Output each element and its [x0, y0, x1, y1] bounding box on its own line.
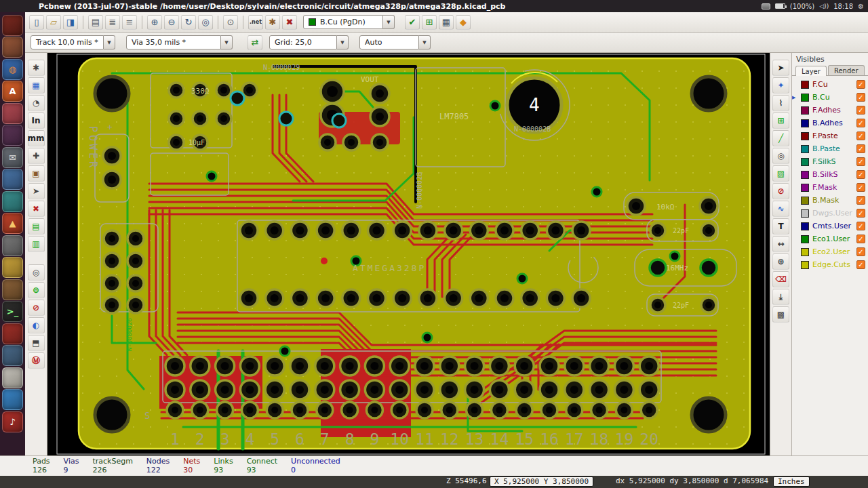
ltb-ratsnest-general[interactable]: ▣ — [28, 165, 45, 182]
new-board-button[interactable]: ▯ — [29, 15, 44, 30]
launcher-app-19[interactable]: ♪ — [2, 411, 23, 432]
fast-grid-button[interactable]: ▦ — [439, 15, 454, 30]
F.Cu[interactable]: F.Cu — [792, 78, 868, 91]
Eco2.User[interactable]: Eco2.User — [792, 245, 868, 258]
B.Cu[interactable]: B.Cu — [792, 91, 868, 104]
via-size-selector[interactable]: Via 35,0 mils * — [126, 35, 233, 49]
launcher-app-5[interactable] — [2, 103, 23, 124]
find-button[interactable]: ⊙ — [223, 15, 238, 30]
F.SilkS[interactable]: F.SilkS — [792, 155, 868, 168]
rtb-route-track[interactable]: ╱ — [772, 130, 789, 146]
launcher-mail[interactable]: ✉ — [2, 147, 23, 168]
layer-selector-dropdown-button[interactable] — [383, 15, 395, 29]
ltb-pads-sketch[interactable]: ◎ — [28, 264, 45, 281]
ltb-zones-show[interactable]: ▤ — [28, 218, 45, 235]
launcher-app-9[interactable] — [2, 191, 23, 212]
zoom-out-button[interactable]: ⊖ — [164, 15, 179, 30]
session-gear-icon[interactable]: ⚙ — [858, 3, 864, 10]
ltb-muwave-tool[interactable]: ⬒ — [28, 335, 45, 351]
rtb-add-footprint[interactable]: ⊞ — [772, 113, 789, 129]
ltb-drc-toggle[interactable]: ✱ — [28, 60, 45, 76]
rtb-select-tool[interactable]: ➤ — [772, 60, 789, 76]
volume-icon[interactable]: ◁)) — [819, 3, 829, 9]
ltb-ratsnest-module[interactable]: ➤ — [28, 183, 45, 199]
ltb-zones-outline[interactable]: ▥ — [28, 236, 45, 252]
layer-selector[interactable]: B.Cu (PgDn) — [303, 15, 395, 29]
ltb-autodel-track[interactable]: ✖ — [28, 201, 45, 217]
launcher-app-13[interactable] — [2, 279, 23, 300]
rtb-grid-origin[interactable]: ▩ — [772, 306, 789, 323]
launcher-terminal[interactable]: >_ — [2, 301, 23, 322]
auto-track-width-icon[interactable]: ⇄ — [248, 35, 262, 50]
layer-visibility-checkbox[interactable] — [856, 222, 865, 230]
F.Adhes[interactable]: F.Adhes — [792, 104, 868, 117]
B.SilkS[interactable]: B.SilkS — [792, 168, 868, 181]
F.Paste[interactable]: F.Paste — [792, 129, 868, 142]
ltb-contrast-mode[interactable]: ◐ — [28, 317, 45, 333]
rtb-highlight-net[interactable]: ✦ — [772, 77, 789, 94]
launcher-app-8[interactable] — [2, 169, 23, 190]
layer-visibility-checkbox[interactable] — [856, 170, 865, 179]
layer-visibility-checkbox[interactable] — [856, 144, 865, 153]
rtb-add-target[interactable]: ⊕ — [772, 253, 789, 270]
track-width-dropdown-button[interactable] — [104, 35, 115, 49]
layer-visibility-checkbox[interactable] — [856, 106, 865, 115]
pcb-canvas[interactable]: 4N-0000029VOUTLM7805N-000002BN-000002BN-… — [47, 53, 770, 455]
ltb-mute-ratsnest[interactable]: Ⓜ — [28, 352, 45, 369]
launcher-app-10[interactable]: ▲ — [2, 213, 23, 234]
battery-icon[interactable] — [775, 3, 785, 9]
B.Mask[interactable]: B.Mask — [792, 194, 868, 207]
layer-visibility-checkbox[interactable] — [856, 196, 865, 205]
drc-check-button[interactable]: ✔ — [405, 15, 420, 30]
layer-visibility-checkbox[interactable] — [856, 209, 865, 218]
zoom-in-button[interactable]: ⊕ — [147, 15, 162, 30]
layer-visibility-checkbox[interactable] — [856, 260, 865, 269]
page-settings-button[interactable]: ▤ — [88, 15, 103, 30]
rtb-add-keepout[interactable]: ⊘ — [772, 183, 789, 199]
track-width-selector[interactable]: Track 10,0 mils * — [31, 35, 115, 49]
launcher-app-11[interactable] — [2, 235, 23, 256]
launcher-app-4[interactable]: A — [2, 81, 23, 102]
ltb-polar-coords[interactable]: ◔ — [28, 95, 45, 111]
zoom-dropdown-button[interactable] — [419, 35, 431, 49]
launcher-app-17[interactable] — [2, 367, 23, 388]
launcher-app-6[interactable] — [2, 125, 23, 146]
ltb-vias-sketch[interactable]: ⊚ — [28, 282, 45, 298]
F.Mask[interactable]: F.Mask — [792, 181, 868, 194]
autoroute-button[interactable]: ◆ — [456, 15, 471, 30]
layer-visibility-checkbox[interactable] — [856, 131, 865, 140]
B.Adhes[interactable]: B.Adhes — [792, 117, 868, 129]
open-board-button[interactable]: ▱ — [46, 15, 61, 30]
plot-button[interactable]: ≡ — [122, 15, 137, 30]
launcher-app-12[interactable] — [2, 257, 23, 278]
rtb-add-text[interactable]: T — [772, 218, 789, 235]
rtb-drill-origin[interactable]: ⤓ — [772, 289, 789, 305]
keyboard-indicator-icon[interactable] — [762, 3, 770, 9]
grid-size-selector[interactable]: Grid: 25,0 — [269, 35, 349, 49]
drc-bug-button[interactable]: ✖ — [282, 15, 297, 30]
rtb-add-dimension[interactable]: ↔ — [772, 236, 789, 252]
clock[interactable]: 18:18 — [833, 3, 853, 10]
ltb-tracks-sketch[interactable]: ⊘ — [28, 300, 45, 316]
print-button[interactable]: ≣ — [105, 15, 120, 30]
module-mode-button[interactable]: ⊞ — [422, 15, 437, 30]
launcher-app-2[interactable] — [2, 37, 23, 58]
launcher-pcbnew[interactable] — [2, 15, 23, 36]
layer-visibility-checkbox[interactable] — [856, 93, 865, 102]
net-highlight-button[interactable]: .net — [248, 15, 263, 30]
zoom-selector[interactable]: Auto — [359, 35, 431, 49]
save-board-button[interactable]: ◨ — [63, 15, 78, 30]
Dwgs.User[interactable]: Dwgs.User — [792, 207, 868, 220]
ltb-units-inches[interactable]: In — [28, 113, 45, 129]
Cmts.User[interactable]: Cmts.User — [792, 220, 868, 232]
Eco1.User[interactable]: Eco1.User — [792, 232, 868, 245]
grid-size-dropdown-button[interactable] — [337, 35, 349, 49]
rtb-add-via[interactable]: ◎ — [772, 148, 789, 164]
rtb-add-line[interactable]: ∿ — [772, 201, 789, 217]
rtb-show-ratsnest[interactable]: ⌇ — [772, 95, 789, 111]
tab-render[interactable]: Render — [828, 65, 865, 75]
Edge.Cuts[interactable]: Edge.Cuts — [792, 258, 868, 271]
launcher-firefox[interactable]: ◍ — [2, 59, 23, 80]
ltb-grid-toggle[interactable]: ▦ — [28, 77, 45, 94]
layer-visibility-checkbox[interactable] — [856, 183, 865, 192]
